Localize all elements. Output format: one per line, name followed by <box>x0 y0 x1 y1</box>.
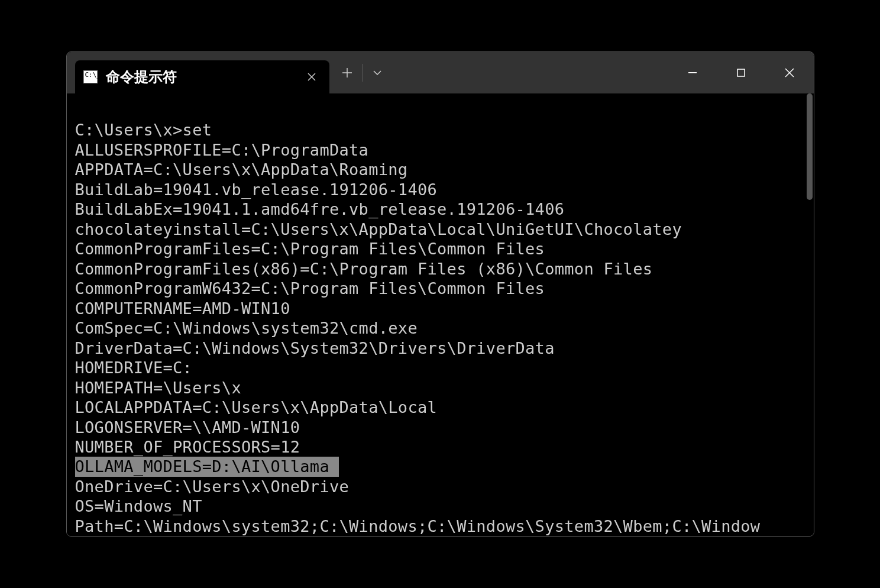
output-line: APPDATA=C:\Users\x\AppData\Roaming <box>75 160 805 179</box>
output-line: Path=C:\Windows\system32;C:\Windows;C:\W… <box>75 516 805 536</box>
output-line: LOGONSERVER=\\AMD-WIN10 <box>75 418 805 437</box>
output-line: CommonProgramW6432=C:\Program Files\Comm… <box>75 279 805 298</box>
output-line: COMPUTERNAME=AMD-WIN10 <box>75 299 805 318</box>
output-line: LOCALAPPDATA=C:\Users\x\AppData\Local <box>75 398 805 417</box>
output-line: CommonProgramFiles(x86)=C:\Program Files… <box>75 259 805 279</box>
cmd-icon: C:\_ <box>83 70 98 83</box>
tab-area: C:\_ 命令提示符 <box>67 52 392 93</box>
svg-rect-1 <box>737 69 745 76</box>
output-line: OS=Windows_NT <box>75 496 805 516</box>
tab-controls <box>332 52 392 93</box>
chevron-down-icon <box>373 70 381 75</box>
output-line: NUMBER_OF_PROCESSORS=12 <box>75 437 805 457</box>
terminal-output[interactable]: C:\Users\x>setALLUSERSPROFILE=C:\Program… <box>67 93 814 536</box>
close-icon <box>308 73 316 81</box>
output-line: BuildLab=19041.vb_release.191206-1406 <box>75 180 805 199</box>
minimize-icon <box>688 72 697 73</box>
terminal-window: C:\_ 命令提示符 <box>66 51 814 537</box>
output-line: chocolateyinstall=C:\Users\x\AppData\Loc… <box>75 219 805 239</box>
output-line: CommonProgramFiles=C:\Program Files\Comm… <box>75 239 805 259</box>
tab-title: 命令提示符 <box>106 67 294 86</box>
maximize-button[interactable] <box>717 56 765 89</box>
output-line: BuildLabEx=19041.1.amd64fre.vb_release.1… <box>75 199 805 219</box>
tab-dropdown-button[interactable] <box>363 57 392 88</box>
close-tab-button[interactable] <box>302 67 321 86</box>
active-tab[interactable]: C:\_ 命令提示符 <box>75 60 329 93</box>
output-line: HOMEDRIVE=C: <box>75 358 805 377</box>
window-controls <box>668 52 814 93</box>
output-line: ALLUSERSPROFILE=C:\ProgramData <box>75 140 805 160</box>
output-line: DriverData=C:\Windows\System32\Drivers\D… <box>75 338 805 358</box>
maximize-icon <box>737 69 745 77</box>
plus-icon <box>342 67 352 78</box>
highlighted-line: OLLAMA_MODELS=D:\AI\Ollama <box>75 457 805 476</box>
output-line: HOMEPATH=\Users\x <box>75 378 805 398</box>
prompt-line: C:\Users\x>set <box>75 120 805 140</box>
scrollbar-thumb[interactable] <box>807 93 813 200</box>
minimize-button[interactable] <box>668 56 717 89</box>
output-line: ComSpec=C:\Windows\system32\cmd.exe <box>75 318 805 338</box>
close-window-button[interactable] <box>765 56 814 89</box>
new-tab-button[interactable] <box>332 57 363 88</box>
title-bar: C:\_ 命令提示符 <box>67 52 814 93</box>
output-line: OneDrive=C:\Users\x\OneDrive <box>75 477 805 496</box>
close-icon <box>785 68 794 77</box>
svg-rect-0 <box>688 72 697 73</box>
